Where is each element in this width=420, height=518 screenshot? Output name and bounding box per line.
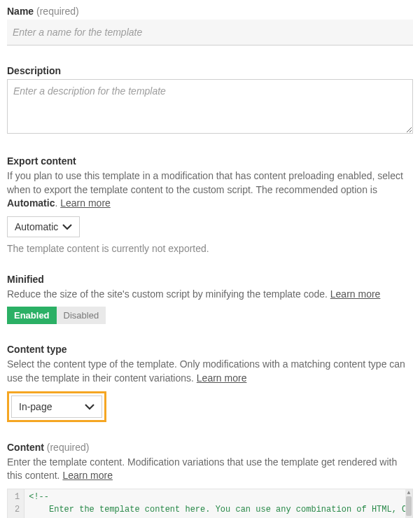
export-content-help: If you plan to use this template in a mo… bbox=[7, 169, 413, 211]
line-number: 1 bbox=[15, 491, 20, 503]
content-type-selected-value: In-page bbox=[19, 401, 52, 412]
content-type-learn-more-link[interactable]: Learn more bbox=[197, 372, 247, 384]
export-content-label: Export content bbox=[7, 155, 413, 167]
export-content-help-bold: Automatic bbox=[7, 197, 55, 209]
scroll-up-icon[interactable]: ▲ bbox=[405, 489, 412, 496]
content-required-hint: (required) bbox=[47, 442, 90, 453]
editor-gutter: 1 2 bbox=[8, 489, 24, 518]
content-help: Enter the template content. Modification… bbox=[7, 456, 413, 483]
name-section: Name (required) bbox=[7, 6, 413, 46]
minified-learn-more-link[interactable]: Learn more bbox=[330, 288, 381, 300]
content-section: Content (required) Enter the template co… bbox=[7, 442, 413, 518]
export-content-section: Export content If you plan to use this t… bbox=[7, 155, 413, 254]
content-type-help: Select the content type of the template.… bbox=[7, 358, 413, 385]
chevron-down-icon bbox=[85, 401, 94, 412]
content-code-editor[interactable]: 1 2 <!-- Enter the template content here… bbox=[7, 489, 413, 518]
content-type-select[interactable]: In-page bbox=[11, 396, 102, 418]
minified-toggle-group: Enabled Disabled bbox=[7, 307, 106, 324]
code-line: <!-- bbox=[29, 492, 49, 502]
content-label-text: Content bbox=[7, 442, 44, 453]
minified-label: Minified bbox=[7, 274, 413, 285]
chevron-down-icon bbox=[62, 221, 72, 232]
minified-section: Minified Reduce the size of the site's c… bbox=[7, 274, 413, 325]
name-label: Name (required) bbox=[7, 6, 413, 17]
export-content-status: The template content is currently not ex… bbox=[7, 243, 413, 254]
content-label: Content (required) bbox=[7, 442, 413, 453]
name-label-text: Name bbox=[7, 6, 34, 17]
minified-help-text: Reduce the size of the site's custom scr… bbox=[7, 288, 330, 300]
code-line: Enter the template content here. You can… bbox=[29, 505, 412, 518]
minified-enabled-button[interactable]: Enabled bbox=[7, 307, 57, 324]
content-type-label: Content type bbox=[7, 344, 413, 355]
line-number: 2 bbox=[15, 503, 20, 516]
export-content-learn-more-link[interactable]: Learn more bbox=[60, 197, 111, 209]
description-label: Description bbox=[7, 65, 413, 76]
export-content-help-pre: If you plan to use this template in a mo… bbox=[7, 170, 403, 195]
name-input[interactable] bbox=[7, 20, 413, 46]
export-content-selected-value: Automatic bbox=[15, 221, 58, 232]
content-type-highlight: In-page bbox=[7, 391, 106, 422]
name-required-hint: (required) bbox=[36, 6, 79, 17]
content-learn-more-link[interactable]: Learn more bbox=[62, 470, 113, 481]
editor-code[interactable]: <!-- Enter the template content here. Yo… bbox=[24, 489, 412, 518]
export-content-select[interactable]: Automatic bbox=[7, 216, 80, 237]
scrollbar-thumb[interactable] bbox=[406, 496, 412, 516]
description-section: Description bbox=[7, 65, 413, 136]
content-type-section: Content type Select the content type of … bbox=[7, 344, 413, 421]
editor-scrollbar[interactable]: ▲ bbox=[405, 489, 412, 518]
minified-help: Reduce the size of the site's custom scr… bbox=[7, 288, 413, 302]
minified-disabled-button[interactable]: Disabled bbox=[57, 307, 106, 324]
description-input[interactable] bbox=[7, 79, 413, 134]
